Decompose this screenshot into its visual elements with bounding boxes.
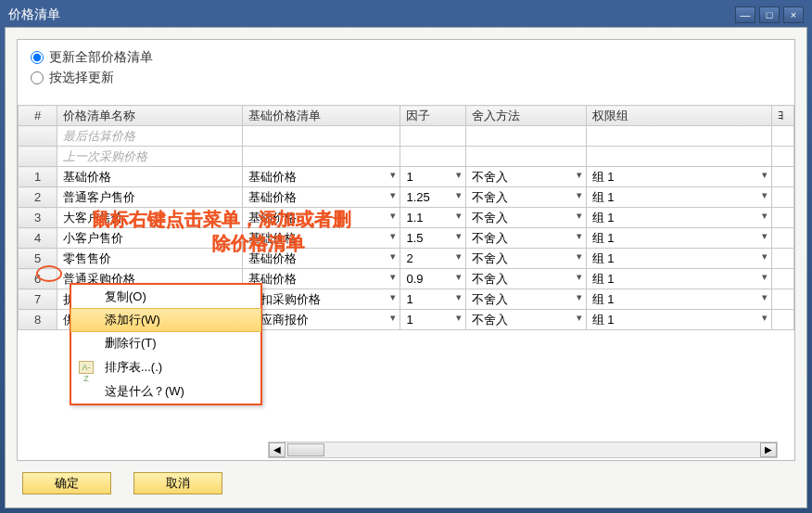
table-row[interactable]: 5零售售价基础价格2不舍入组 1	[19, 249, 794, 269]
scroll-right-button[interactable]: ▶	[760, 442, 777, 457]
sort-icon: A-Z	[79, 361, 94, 374]
col-factor[interactable]: 因子	[400, 106, 465, 126]
ctx-sort[interactable]: A-Z 排序表...(.)	[71, 355, 260, 379]
radio-update-all-label: 更新全部价格清单	[49, 49, 153, 66]
ctx-copy[interactable]: 复制(O)	[71, 285, 260, 309]
h-scrollbar[interactable]: ◀ ▶	[268, 442, 778, 458]
cancel-button[interactable]: 取消	[133, 472, 222, 494]
col-num[interactable]: #	[19, 106, 57, 126]
col-group[interactable]: 权限组	[586, 106, 771, 126]
col-name[interactable]: 价格清单名称	[57, 106, 243, 126]
titlebar[interactable]: 价格清单 — □ ×	[3, 3, 809, 27]
ctx-add-row[interactable]: 添加行(W)	[70, 308, 261, 332]
info-row: 最后估算价格	[19, 126, 794, 147]
info-row: 上一次采购价格	[19, 147, 794, 167]
radio-by-select[interactable]	[31, 71, 44, 84]
client-area: 更新全部价格清单 按选择更新 # 价格清单名称	[5, 27, 807, 508]
scroll-thumb[interactable]	[287, 443, 324, 456]
scroll-left-button[interactable]: ◀	[269, 442, 285, 457]
annotation-circle-icon	[36, 265, 62, 282]
context-menu: 复制(O) 添加行(W) 删除行(T) A-Z 排序表...(.) 这是什么？(…	[70, 283, 262, 405]
radio-by-select-label: 按选择更新	[49, 70, 114, 86]
col-base[interactable]: 基础价格清单	[243, 106, 400, 126]
header-row: # 价格清单名称 基础价格清单 因子 舍入方法 权限组 ﾖ	[19, 106, 794, 126]
ctx-whats-this[interactable]: 这是什么？(W)	[71, 379, 260, 404]
table-row[interactable]: 2普通客户售价基础价格1.25不舍入组 1	[19, 187, 794, 208]
radio-update-all[interactable]	[31, 51, 44, 64]
col-round[interactable]: 舍入方法	[465, 106, 586, 126]
table-row[interactable]: 4小客户售价基础价格1.5不舍入组 1	[19, 228, 794, 249]
table-row[interactable]: 3大客户售价基础价格1.1不舍入组 1	[19, 208, 794, 228]
close-button[interactable]: ×	[783, 6, 804, 23]
minimize-button[interactable]: —	[735, 6, 755, 23]
maximize-button[interactable]: □	[759, 6, 780, 23]
window-title: 价格清单	[8, 6, 735, 23]
ctx-del-row[interactable]: 删除行(T)	[71, 331, 260, 355]
ok-button[interactable]: 确定	[22, 472, 111, 494]
window-frame: 价格清单 — □ × 更新全部价格清单 按选择更新	[0, 0, 812, 513]
panel: 更新全部价格清单 按选择更新 # 价格清单名称	[17, 39, 795, 461]
col-extra[interactable]: ﾖ	[771, 106, 793, 126]
table-row[interactable]: 1基础价格基础价格1不舍入组 1	[19, 167, 794, 187]
